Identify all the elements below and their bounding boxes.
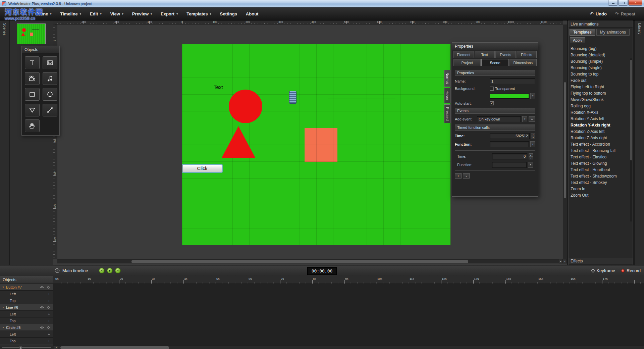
timeline-row-property[interactable]: Top + <box>0 317 53 324</box>
timeline-row-circle5[interactable]: ▼ Circle #5 <box>0 324 53 331</box>
animation-item[interactable]: Text effect - Elastico <box>569 154 633 160</box>
add-keyframe-icon[interactable]: + <box>48 312 53 316</box>
maximize-button[interactable] <box>618 0 628 6</box>
timeline-zoom-slider[interactable] <box>2 346 51 349</box>
button-object[interactable]: Click <box>182 165 222 172</box>
triangle-object[interactable] <box>222 126 255 158</box>
animation-item[interactable]: Bouncing (detailed) <box>569 52 633 58</box>
animation-item[interactable]: Text effect - Smokey <box>569 179 633 186</box>
animation-item[interactable]: Zoom Out <box>569 192 633 198</box>
menu-templates[interactable]: Templates▾ <box>182 7 215 20</box>
timeline-row-property[interactable]: Left + <box>0 331 53 338</box>
menu-export[interactable]: Export▾ <box>156 7 182 20</box>
keyframes-icon[interactable] <box>46 285 50 289</box>
tab-normal[interactable]: Normal <box>444 70 450 87</box>
transparent-checkbox[interactable] <box>490 87 494 91</box>
animation-item[interactable]: Text effect - Shadowzoom <box>569 173 633 179</box>
scroll-left-button[interactable]: ◄ <box>54 346 58 349</box>
timeline-row-property[interactable]: Top + <box>0 297 53 304</box>
time2-field[interactable]: 0 <box>492 153 527 159</box>
record-button[interactable]: Record <box>621 268 641 273</box>
image-tool-button[interactable] <box>43 56 57 69</box>
tab-hover[interactable]: Hover <box>444 88 450 103</box>
audio-tool-button[interactable] <box>43 72 57 85</box>
animation-item[interactable]: Rolling egg <box>569 103 633 109</box>
animation-item[interactable]: Rotation X-Axis <box>569 109 633 115</box>
add-keyframe-icon[interactable]: + <box>48 299 53 303</box>
add-keyframe-icon[interactable]: + <box>48 332 53 336</box>
tab-templates[interactable]: Templates <box>570 29 595 36</box>
add-call-button[interactable]: + <box>455 173 462 179</box>
menu-edit[interactable]: Edit▾ <box>86 7 106 20</box>
tab-effects[interactable]: Effects <box>517 51 537 58</box>
menu-scene[interactable]: Scene▾ <box>31 7 56 20</box>
keyframes-icon[interactable] <box>46 326 50 330</box>
animation-item[interactable]: Bouncing (simple) <box>569 58 633 64</box>
square-object[interactable] <box>305 128 337 162</box>
line-tool-button[interactable] <box>43 104 57 116</box>
menu-view[interactable]: View▾ <box>106 7 127 20</box>
time-spinner[interactable]: ▲ ▼ <box>531 133 535 139</box>
text-tool-button[interactable] <box>25 56 40 69</box>
triangle-tool-button[interactable] <box>25 104 40 116</box>
animation-item[interactable]: Rotation Y-Axis left <box>569 115 633 122</box>
skip-to-start-button[interactable]: « <box>99 268 105 273</box>
animation-item[interactable]: Flying top to bottom <box>569 90 633 96</box>
undo-button[interactable]: ↶Undo <box>590 11 607 16</box>
collapse-icon[interactable]: ▼ <box>2 326 4 329</box>
animation-item[interactable]: Bouncing (single) <box>569 64 633 71</box>
text-object[interactable]: Text <box>214 84 223 90</box>
keyframes-icon[interactable] <box>46 305 50 309</box>
line-object[interactable] <box>328 99 395 99</box>
visibility-icon[interactable] <box>40 305 44 309</box>
keyframe-button[interactable]: Keyframe <box>592 268 615 273</box>
tab-text[interactable]: Text <box>475 51 495 58</box>
close-button[interactable]: × <box>628 0 642 6</box>
background-color-swatch[interactable] <box>490 94 529 99</box>
function2-select[interactable] <box>492 162 527 168</box>
animation-item[interactable]: Bouncing (big) <box>569 45 633 52</box>
video-object[interactable] <box>289 91 297 104</box>
spin-up-icon[interactable]: ▲ <box>531 133 535 136</box>
minimize-button[interactable] <box>608 0 618 6</box>
spin-down-icon[interactable]: ▼ <box>531 136 535 139</box>
function-select[interactable] <box>490 141 529 147</box>
tab-scene[interactable]: Scene <box>481 59 508 66</box>
animation-item-selected[interactable]: Rotation Y-Axis right <box>569 122 633 128</box>
tab-events[interactable]: Events <box>495 51 516 58</box>
spin-up-icon[interactable]: ▲ <box>529 153 533 156</box>
scrollbar-thumb[interactable] <box>564 82 566 198</box>
scene-thumbnail[interactable] <box>17 23 46 44</box>
tab-element[interactable]: Element <box>453 51 474 58</box>
timeline-row-line6[interactable]: ▼ Line #6 <box>0 304 53 311</box>
color-dropdown-button[interactable]: ▾ <box>530 93 535 99</box>
timeline-row-property[interactable]: Left + <box>0 291 53 297</box>
scroll-right-button[interactable]: ► <box>559 259 563 263</box>
tab-dimensions[interactable]: Dimensions <box>509 59 537 66</box>
animation-item[interactable]: Flying Left to Right <box>569 84 633 90</box>
spin-down-icon[interactable]: ▼ <box>529 156 533 159</box>
timeline-track-area[interactable] <box>53 284 644 346</box>
timeline-ruler[interactable]: 0s 1s 2s 3s 4s 5s 6s 7s 8s 9s 10s 11s 12… <box>53 276 644 284</box>
menu-settings[interactable]: Settings <box>216 7 241 20</box>
animation-item[interactable]: Text effect - Accordion <box>569 141 633 147</box>
name-field[interactable]: 1 <box>490 78 535 84</box>
scrollbar-thumb[interactable] <box>630 60 632 160</box>
add-event-button[interactable]: + <box>529 116 535 122</box>
canvas-vertical-scrollbar[interactable] <box>563 24 567 259</box>
animation-item[interactable]: Bouncing to top <box>569 71 633 77</box>
function2-dropdown-button[interactable]: ▾ <box>528 162 533 168</box>
timeline-row-property[interactable]: Left + <box>0 311 53 317</box>
timeline-row-button7[interactable]: ▼ Button #7 <box>0 284 53 291</box>
scrollbar-thumb[interactable] <box>131 260 468 263</box>
add-keyframe-icon[interactable]: + <box>48 292 53 296</box>
animation-item[interactable]: Zoom In <box>569 186 633 192</box>
tab-my-animations[interactable]: My animations <box>596 29 630 36</box>
scroll-down-button[interactable]: ▼ <box>563 259 567 263</box>
add-event-dropdown-button[interactable]: ▾ <box>522 116 527 122</box>
animation-item[interactable]: Text effect - Glowing <box>569 160 633 166</box>
animation-item[interactable]: Fade out <box>569 77 633 84</box>
add-event-select[interactable]: On key down <box>477 116 521 122</box>
slider-handle[interactable] <box>19 346 22 349</box>
tab-pressed[interactable]: Pressed <box>444 104 450 123</box>
